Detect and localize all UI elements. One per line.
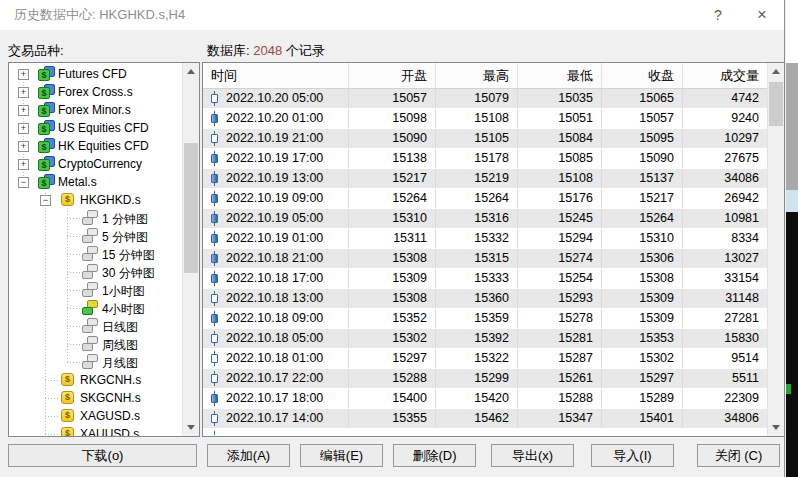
volume-cell: 27281 <box>683 309 767 328</box>
table-row[interactable]: 2022.10.17 22:00152881529915261152975511 <box>203 369 767 389</box>
close-cell: 15353 <box>602 329 683 348</box>
table-row[interactable]: 2022.10.19 13:00152171521915108151373408… <box>203 169 767 189</box>
close-button[interactable]: 关闭 (C) <box>697 444 780 467</box>
collapse-icon[interactable]: − <box>18 177 29 188</box>
import-button[interactable]: 导入(I) <box>591 444 674 467</box>
table-row[interactable]: 2022.10.18 01:00152971532215287153029514 <box>203 349 767 369</box>
add-button[interactable]: 添加(A) <box>207 444 290 467</box>
tree-item[interactable]: +$HK Equities CFD <box>9 137 182 155</box>
table-row[interactable]: 2022.10.18 21:00153081531515274153061302… <box>203 249 767 269</box>
scroll-down-arrow-icon[interactable] <box>183 419 199 436</box>
tree-item[interactable]: 5 分钟图 <box>9 227 182 245</box>
scroll-down-arrow-icon[interactable] <box>768 419 784 436</box>
table-row[interactable]: 2022.10.19 21:00150901510515084150951029… <box>203 129 767 149</box>
expand-icon[interactable]: + <box>18 87 29 98</box>
help-button[interactable]: ? <box>696 0 740 30</box>
close-cell: 15309 <box>602 309 683 328</box>
close-cell: 15057 <box>602 109 683 128</box>
tree-item[interactable]: +$CryptoCurrency <box>9 155 182 173</box>
tree-item[interactable]: +$US Equities CFD <box>9 119 182 137</box>
table-scrollbar-thumb[interactable] <box>769 82 783 126</box>
expand-icon[interactable]: + <box>18 123 29 134</box>
volume-cell: 10981 <box>683 209 767 228</box>
close-cell: 15137 <box>602 169 683 188</box>
tree-item[interactable]: +$Futures CFD <box>9 65 182 83</box>
tree-item[interactable]: 1小时图 <box>9 281 182 299</box>
tree-scrollbar-thumb[interactable] <box>184 143 198 273</box>
tree-item[interactable]: 周线图 <box>9 335 182 353</box>
table-row[interactable]: 2022.10.17 18:00154001542015288152892230… <box>203 389 767 409</box>
expand-icon[interactable]: + <box>18 159 29 170</box>
high-cell: 15316 <box>436 209 518 228</box>
scroll-up-arrow-icon[interactable] <box>183 63 199 80</box>
high-cell: 15322 <box>436 349 518 368</box>
column-header-close: 收盘 <box>602 63 683 88</box>
tree-item[interactable]: 4小时图 <box>9 299 182 317</box>
expand-icon[interactable]: + <box>18 105 29 116</box>
open-cell: 15355 <box>349 409 436 428</box>
delete-button[interactable]: 删除(D) <box>393 444 476 467</box>
table-row[interactable]: 2022.10.18 05:00153021539215281153531583… <box>203 329 767 349</box>
background-chart-mark <box>786 384 791 394</box>
tree-scrollbar[interactable] <box>182 63 199 436</box>
low-cell: 15084 <box>518 129 602 148</box>
table-header-row: 时间开盘最高最低收盘成交量 <box>203 63 767 89</box>
candle-down-icon <box>210 211 219 226</box>
close-cell: 15217 <box>602 189 683 208</box>
tree-item[interactable]: +$Forex Minor.s <box>9 101 182 119</box>
low-cell: 15347 <box>518 409 602 428</box>
close-window-button[interactable]: × <box>740 0 784 30</box>
time-value: 2022.10.17 18:00 <box>226 389 323 408</box>
tree-item-label: 15 分钟图 <box>102 247 155 264</box>
time-value: 2022.10.19 17:00 <box>226 149 323 168</box>
download-button[interactable]: 下载(o) <box>8 444 197 467</box>
high-cell: 15332 <box>436 229 518 248</box>
collapse-icon[interactable]: − <box>40 195 51 206</box>
market-group-icon: $ <box>38 156 55 171</box>
table-row[interactable]: 2022.10.19 01:00153111533215294153108334 <box>203 229 767 249</box>
expand-icon[interactable]: + <box>18 141 29 152</box>
table-row[interactable]: 2022.10.20 01:00150981510815051150579240 <box>203 109 767 129</box>
close-cell: 15308 <box>602 269 683 288</box>
table-row-partial[interactable] <box>203 429 767 435</box>
tree-item-label: 1 分钟图 <box>102 211 148 228</box>
expand-icon[interactable]: + <box>18 69 29 80</box>
time-cell: 2022.10.20 05:00 <box>203 89 349 108</box>
tree-item[interactable]: −$HKGHKD.s <box>9 191 182 209</box>
tree-item[interactable]: 15 分钟图 <box>9 245 182 263</box>
close-cell: 15065 <box>602 89 683 108</box>
export-button[interactable]: 导出(x) <box>491 444 574 467</box>
tree-item[interactable]: $XAGUSD.s <box>9 407 182 425</box>
edit-button[interactable]: 编辑(E) <box>300 444 383 467</box>
candle-up-icon <box>210 371 219 386</box>
table-row[interactable]: 2022.10.19 17:00151381517815085150902767… <box>203 149 767 169</box>
titlebar[interactable]: 历史数据中心: HKGHKD.s,H4 ? × <box>0 0 784 30</box>
table-row[interactable]: 2022.10.18 13:00153081536015293153093114… <box>203 289 767 309</box>
tree-item[interactable]: $SKGCNH.s <box>9 389 182 407</box>
volume-cell: 27675 <box>683 149 767 168</box>
low-cell: 15176 <box>518 189 602 208</box>
table-row[interactable]: 2022.10.20 05:00150571507915035150654742 <box>203 89 767 109</box>
tree-item[interactable]: 30 分钟图 <box>9 263 182 281</box>
tree-item[interactable]: 1 分钟图 <box>9 209 182 227</box>
tree-item[interactable]: $RKGCNH.s <box>9 371 182 389</box>
table-row[interactable]: 2022.10.18 17:00153091533315254153083315… <box>203 269 767 289</box>
tree-item-label: 4小时图 <box>102 301 145 318</box>
table-row[interactable]: 2022.10.19 09:00152641526415176152172694… <box>203 189 767 209</box>
tree-item-label: 日线图 <box>102 319 138 336</box>
table-row[interactable]: 2022.10.19 05:00153101531615245152641098… <box>203 209 767 229</box>
volume-cell: 9240 <box>683 109 767 128</box>
tree-item[interactable]: $XAUUSD.s <box>9 425 182 436</box>
table-row[interactable]: 2022.10.17 14:00153551546215347154013480… <box>203 409 767 429</box>
tree-item[interactable]: +$Forex Cross.s <box>9 83 182 101</box>
tree-item[interactable]: 月线图 <box>9 353 182 371</box>
scroll-up-arrow-icon[interactable] <box>768 63 784 80</box>
table-scrollbar[interactable] <box>767 63 784 436</box>
time-value: 2022.10.18 21:00 <box>226 249 323 268</box>
background-app-strip <box>786 0 798 477</box>
tree-item-label: 1小时图 <box>102 283 145 300</box>
candle-up-icon <box>210 351 219 366</box>
table-row[interactable]: 2022.10.18 09:00153521535915278153092728… <box>203 309 767 329</box>
tree-item[interactable]: −$Metal.s <box>9 173 182 191</box>
tree-item[interactable]: 日线图 <box>9 317 182 335</box>
